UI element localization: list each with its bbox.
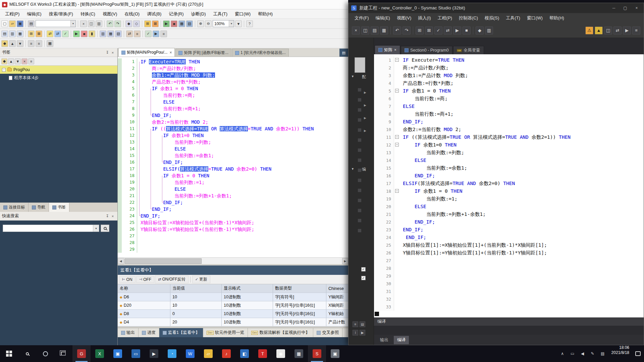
watch-cell[interactable]: Y轴初始	[326, 310, 348, 318]
hidden-icons-chevron[interactable]: ∧	[558, 351, 567, 356]
watch-cell[interactable]: ◆D6	[118, 293, 170, 301]
panel-tab[interactable]: Dev数据流解析【监视执行中】	[248, 328, 313, 337]
menu-item[interactable]: 诊断(D)	[187, 10, 209, 18]
go-online-icon[interactable]: ⇄	[444, 26, 452, 35]
watch-button[interactable]: ⊣OFF	[136, 276, 155, 283]
touch-keyboard-icon[interactable]: ▤	[598, 351, 607, 356]
sync-icon[interactable]: ⇄	[613, 26, 622, 35]
menu-item[interactable]: 帮助(H)	[546, 14, 568, 22]
alarm-icon[interactable]: ▲	[595, 26, 603, 35]
bookmark-clear-icon[interactable]: ×	[21, 58, 28, 64]
taskbar-app-chrome[interactable]: ◉	[272, 345, 290, 362]
cut-icon[interactable]: ×	[352, 26, 360, 35]
minimize-button[interactable]: ─	[609, 6, 618, 10]
chevron-down-icon[interactable]: ▼	[70, 20, 75, 27]
expand-arrow-icon[interactable]: ▶	[364, 116, 366, 120]
column-header[interactable]: 名称	[118, 284, 170, 293]
rebuild-icon[interactable]: ⊠	[425, 26, 433, 35]
explorer-section-label[interactable]: 配	[362, 74, 366, 80]
redo-icon[interactable]: ↷	[402, 26, 411, 35]
maximize-button[interactable]: ▢	[621, 6, 630, 10]
paste-icon[interactable]: ▤	[371, 26, 379, 35]
menu-item[interactable]: 帮助(H)	[254, 10, 276, 18]
save-project-icon[interactable]: ▣	[17, 20, 23, 27]
zoom-out-icon[interactable]: ⊖	[205, 20, 212, 27]
panel-thumb-icon[interactable]	[358, 189, 361, 192]
quick-search-input[interactable]: ▼	[3, 225, 99, 232]
column-header[interactable]: 数据类型	[273, 284, 326, 293]
st-code-editor[interactable]: 1IF Executer=TRUE THEN2 商:=产品计数/列数;3 余数1…	[118, 57, 348, 257]
pin-icon[interactable]: ↧	[105, 50, 110, 55]
watch-cell[interactable]: ◆D20	[118, 301, 170, 309]
run-icon[interactable]: ▶	[73, 31, 80, 37]
panel-thumb-icon[interactable]	[358, 199, 361, 202]
replace-icon[interactable]: ◇	[133, 20, 140, 27]
fold-collapse-icon[interactable]: −	[395, 135, 399, 139]
pen-icon[interactable]: ✎	[588, 351, 597, 356]
panel-icon[interactable]: ▶	[360, 330, 365, 336]
close-icon[interactable]: ×	[110, 50, 115, 55]
search-icon[interactable]: ◆	[476, 26, 484, 35]
strip-checkbox[interactable]: ✓	[361, 276, 366, 280]
dock-tab[interactable]: 书签	[49, 203, 69, 212]
st-code-editor[interactable]: 1−IF Executer=TRUE THEN2商:=产品计数/列数;3余数1:…	[374, 54, 644, 317]
editor-tab[interactable]: 1 [软元件/缓冲存储器批...	[232, 49, 289, 57]
panel-tab[interactable]: 交叉参照	[313, 328, 342, 337]
convert-all-icon[interactable]: ⊠	[152, 20, 159, 27]
paste-icon[interactable]: ▥	[96, 20, 102, 27]
resize-gripper[interactable]	[375, 312, 379, 316]
display-icon[interactable]: ▭	[568, 351, 577, 356]
program-check-icon[interactable]: ✓	[145, 31, 152, 37]
stop-monitor-icon[interactable]: ■	[463, 26, 471, 35]
panel-tab[interactable]: 监看1【监看中】	[159, 328, 203, 337]
tools-icon[interactable]: ≡	[632, 26, 640, 35]
menu-item[interactable]: 编辑(E)	[372, 14, 393, 22]
chevron-down-icon[interactable]: ▼	[351, 167, 354, 171]
find-icon[interactable]: ◆	[125, 20, 132, 27]
open-project-icon[interactable]: ▱	[9, 20, 16, 27]
device-batch-monitor-icon[interactable]: ▦	[107, 31, 114, 37]
panel-thumb-icon[interactable]	[358, 128, 361, 132]
strip-checkbox[interactable]: ✓	[361, 267, 366, 272]
panel-tab[interactable]: 编译	[394, 336, 409, 344]
menu-item[interactable]: 工具(T)	[210, 10, 231, 18]
watch-cell[interactable]: 字[无符号]/位串[16位]	[273, 318, 326, 326]
panel-thumb-icon[interactable]	[358, 179, 361, 182]
menu-item[interactable]: 记录(R)	[165, 10, 187, 18]
menu-item[interactable]: 工程(P)	[1, 10, 23, 18]
zoom-in-icon[interactable]: ⊕	[197, 20, 204, 27]
tree-item-program-body[interactable]: 程序本体:4步	[0, 74, 117, 82]
panel-thumb-icon[interactable]	[358, 169, 361, 172]
diff-icon[interactable]: ◫	[604, 26, 612, 35]
taskbar-app-music[interactable]: ♪	[217, 345, 235, 362]
delete-icon[interactable]: ▦	[380, 26, 388, 35]
taskbar-app-photos[interactable]: ▣	[109, 345, 127, 362]
tree-expander-icon[interactable]: −	[2, 68, 6, 72]
cortana-button[interactable]	[36, 345, 54, 362]
menu-item[interactable]: 模拟(S)	[481, 14, 502, 22]
taskbar-app-sysmac[interactable]: S	[308, 345, 326, 362]
taskbar-app-remote-desktop[interactable]: ▭	[127, 345, 145, 362]
bookmark-next-icon[interactable]: ▼	[15, 58, 21, 64]
panel-thumb-icon[interactable]	[358, 229, 361, 232]
watch-button[interactable]: ⇄ON/OFF反转	[155, 276, 189, 283]
monitor-start-icon[interactable]: ▶	[163, 20, 170, 27]
search-button[interactable]	[18, 345, 36, 362]
editor-tab[interactable]: var全局变量	[453, 46, 484, 54]
taskbar-app-dark[interactable]: ▦	[290, 345, 308, 362]
watch-cell[interactable]: 10进制数	[222, 293, 273, 301]
taskbar-app-tim[interactable]: T	[254, 345, 272, 362]
monitor-stop-icon[interactable]: ■	[171, 20, 177, 27]
close-icon[interactable]: ×	[110, 214, 115, 219]
program-select-combo[interactable]: ▼	[36, 20, 76, 27]
explorer-section-label[interactable]: 编	[362, 167, 366, 172]
panel-tab[interactable]: 进度	[139, 328, 159, 337]
expand-arrow-icon[interactable]: ▶	[364, 129, 366, 132]
cross-reference-icon[interactable]: ⇄	[126, 31, 133, 37]
expand-arrow-icon[interactable]: ▶	[364, 91, 366, 94]
watch-cell[interactable]: 0	[170, 310, 222, 318]
panel-thumb-icon[interactable]	[358, 98, 361, 102]
menu-item[interactable]: 工具(T)	[502, 14, 524, 22]
close-tab-icon[interactable]: ×	[169, 50, 172, 55]
device-comment-icon[interactable]: ▤	[1, 31, 8, 37]
